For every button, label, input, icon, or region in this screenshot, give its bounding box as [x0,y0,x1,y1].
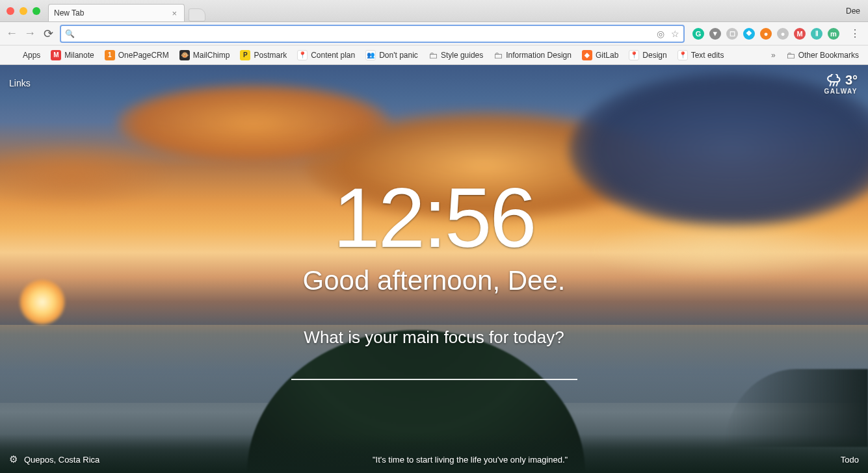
close-window-button[interactable] [7,7,14,15]
bookmark-favicon: 📍 [629,50,639,60]
bookmark-item[interactable]: MMilanote [47,48,98,62]
bookmark-favicon: 📍 [297,50,308,60]
bookmark-favicon: 📍 [677,50,688,60]
bookmark-label: OnePageCRM [118,51,169,60]
svg-line-2 [836,83,837,86]
profile-name[interactable]: Dee [846,6,868,16]
titlebar: New Tab × Dee [0,0,868,22]
bookmark-item[interactable]: PPostmark [236,48,291,62]
bookmark-label: Postmark [254,51,287,60]
browser-menu-button[interactable]: ⋮ [847,27,863,40]
bookmark-label: Information Design [506,51,572,60]
focus-input[interactable] [291,357,577,379]
quote-text[interactable]: "It's time to start living the life you'… [99,455,840,465]
bookmark-label: Content plan [311,51,355,60]
site-info-icon[interactable]: ◎ [657,29,664,39]
bookmark-star-icon[interactable]: ☆ [671,29,679,39]
weather-temp: 3° [845,73,858,88]
extension-buffer-icon[interactable]: ❖ [743,28,755,40]
svg-line-1 [833,83,834,86]
bookmark-label: Milanote [64,51,94,60]
back-button[interactable]: ← [5,27,18,40]
bookmark-item[interactable]: 📍Content plan [293,48,359,62]
bookmark-favicon: P [240,50,250,60]
bookmark-label: GitLab [596,51,618,60]
photo-location[interactable]: Quepos, Costa Rica [24,455,99,465]
other-bookmarks-label: Other Bookmarks [798,51,859,60]
weather-location: GALWAY [824,88,858,95]
bookmark-favicon: 🐵 [179,50,190,60]
extension-grammarly-icon[interactable]: G [692,28,704,40]
bookmark-item[interactable]: 📍Text edits [674,48,728,62]
apps-icon [9,50,20,60]
forward-button[interactable]: → [23,27,36,40]
bookmark-item[interactable]: ◆GitLab [578,48,622,62]
browser-chrome: New Tab × Dee ← → ⟳ 🔍 ◎ ☆ G▾◻❖●●M⦀m ⋮ Ap… [0,0,868,65]
extension-ext-green-icon[interactable]: m [828,28,839,40]
bookmark-label: Don't panic [379,51,418,60]
address-input[interactable] [79,29,650,38]
bookmark-label: Design [642,51,666,60]
bookmark-item[interactable]: 📍Design [625,48,670,62]
weather-rain-icon [826,74,841,87]
new-tab-button[interactable] [189,8,205,21]
bookmarks-bar: AppsMMilanote1OnePageCRM🐵MailChimpPPostm… [0,45,868,65]
bookmark-item[interactable]: 1OnePageCRM [101,48,173,62]
bookmark-favicon: 👥 [365,50,376,60]
settings-gear-icon[interactable]: ⚙ [9,454,18,465]
bookmark-favicon: 1 [105,50,115,60]
tab-strip: New Tab × [48,0,205,21]
extension-pocket-icon[interactable]: ▾ [709,28,721,40]
bookmark-item[interactable]: 🐵MailChimp [176,48,234,62]
bookmark-label: Style guides [441,51,483,60]
tab-new-tab[interactable]: New Tab × [48,4,185,21]
bookmark-favicon: M [51,50,61,60]
toolbar: ← → ⟳ 🔍 ◎ ☆ G▾◻❖●●M⦀m ⋮ [0,22,868,45]
minimize-window-button[interactable] [20,7,27,15]
folder-icon: 🗀 [428,50,438,60]
new-tab-content: Links 3° GALWAY 12:56 Good afternoon, De… [0,65,868,473]
bookmark-item[interactable]: 🗀Information Design [490,48,575,62]
bottom-bar: ⚙ Quepos, Costa Rica "It's time to start… [0,454,868,465]
window-controls [0,7,40,15]
bookmark-item[interactable]: Apps [5,48,44,62]
weather-widget[interactable]: 3° GALWAY [824,73,858,95]
focus-prompt: What is your main focus for today? [0,327,868,348]
search-icon: 🔍 [65,29,75,38]
extension-tray: G▾◻❖●●M⦀m [690,28,842,40]
focus-input-wrap [291,357,577,380]
other-bookmarks-folder[interactable]: 🗀 Other Bookmarks [782,48,863,62]
omnibox[interactable]: 🔍 ◎ ☆ [60,25,685,43]
bookmark-label: Text edits [691,51,724,60]
bookmark-item[interactable]: 👥Don't panic [362,48,422,62]
extension-ext-orange-icon[interactable]: ● [760,28,772,40]
extension-ext-gray-icon[interactable]: ● [777,28,789,40]
bookmarks-overflow-icon[interactable]: » [767,51,780,60]
todo-button[interactable]: Todo [841,455,859,465]
maximize-window-button[interactable] [33,7,40,15]
center-block: 12:56 Good afternoon, Dee. What is your … [0,175,868,380]
links-button[interactable]: Links [9,78,31,88]
tab-title: New Tab [54,8,84,18]
greeting: Good afternoon, Dee. [0,265,868,296]
folder-icon: 🗀 [493,50,503,60]
bookmark-favicon: ◆ [582,50,592,60]
clock: 12:56 [0,175,868,260]
reload-button[interactable]: ⟳ [42,27,55,41]
svg-line-0 [830,83,831,86]
extension-ext-red-icon[interactable]: M [794,28,806,40]
bookmark-item[interactable]: 🗀Style guides [425,48,487,62]
bookmark-label: Apps [23,51,40,60]
close-tab-icon[interactable]: × [170,8,179,18]
extension-readlater-icon[interactable]: ◻ [726,28,738,40]
folder-icon: 🗀 [786,50,795,60]
extension-ext-teal-icon[interactable]: ⦀ [811,28,822,40]
bookmark-label: MailChimp [193,51,230,60]
